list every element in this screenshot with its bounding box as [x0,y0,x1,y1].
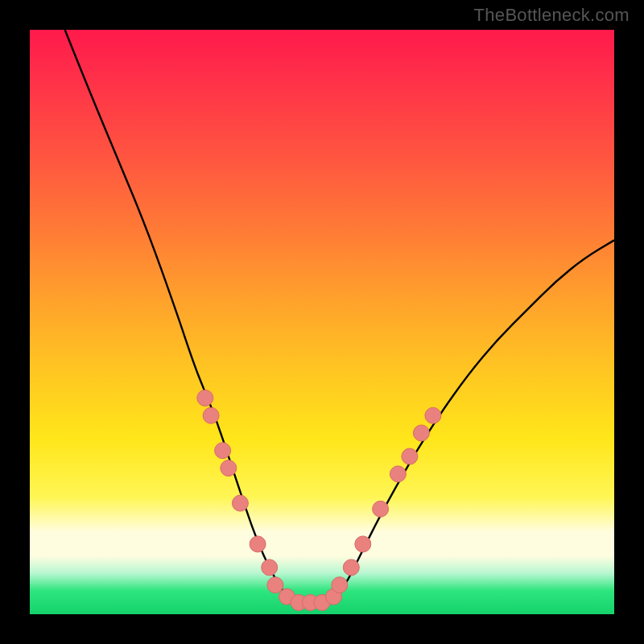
plot-area [30,30,614,614]
curve-marker [262,559,278,576]
chart-stage: TheBottleneck.com [0,0,644,644]
watermark-label: TheBottleneck.com [474,5,630,26]
curve-marker [250,536,266,552]
curve-marker [267,577,283,593]
curve-layer [30,30,614,614]
curve-marker [402,448,418,464]
curve-marker [215,443,231,459]
curve-marker [355,536,371,552]
curve-marker [197,390,213,406]
bottleneck-curve-path [65,30,614,603]
curve-marker [425,407,441,423]
curve-marker [203,407,219,423]
curve-marker [373,501,389,517]
curve-marker [232,495,248,511]
curve-marker [221,460,237,477]
curve-marker [390,466,406,482]
curve-marker [343,559,359,576]
marker-group [197,390,441,610]
curve-marker [332,577,348,593]
curve-marker [413,425,429,441]
